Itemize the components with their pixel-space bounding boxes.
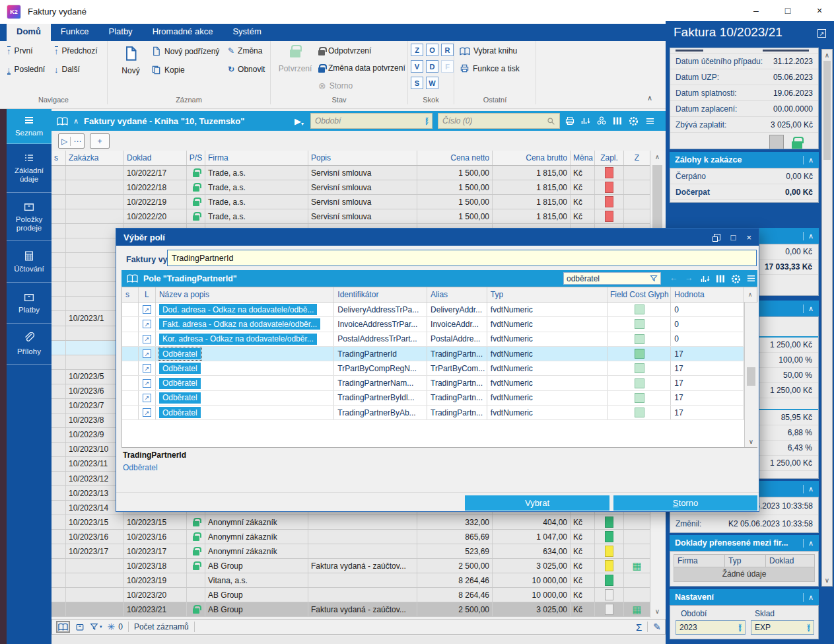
first-button[interactable]: ↑První xyxy=(7,46,33,55)
col-nazev[interactable]: Název a popis xyxy=(156,287,334,302)
open-link-icon[interactable]: ↗ xyxy=(143,364,151,373)
new-button[interactable]: Nový xyxy=(116,44,146,75)
open-link-icon[interactable]: ↗ xyxy=(143,335,151,343)
edit-pencil-icon[interactable]: ✎ xyxy=(653,622,661,632)
nav-left-icon[interactable]: ← xyxy=(670,273,678,283)
sidebar-item-platby[interactable]: Platby xyxy=(7,283,52,324)
col-s[interactable]: s xyxy=(122,287,139,302)
columns-icon[interactable] xyxy=(612,116,623,126)
scroll-down-icon[interactable]: ∨ xyxy=(650,608,664,615)
col-field-cost-glyph[interactable]: Field Cost Glyph xyxy=(608,287,671,302)
col-alias[interactable]: Alias xyxy=(427,287,487,302)
scroll-thumb[interactable] xyxy=(823,61,831,160)
col-typ[interactable]: Typ xyxy=(487,287,609,302)
ribbon-collapse-icon[interactable]: ∧ xyxy=(647,94,652,102)
jump-key-z[interactable]: Z xyxy=(411,44,423,56)
invoice-row[interactable]: 10/2023/20 AB Group 8 264,46 10 000,00 K… xyxy=(52,588,650,602)
play-menu-button[interactable]: ▶▾ xyxy=(295,111,304,131)
invoice-row[interactable]: 10/2022/19 Trade, a.s. Servisní smlouva … xyxy=(52,195,650,209)
cancel-button[interactable]: Storno xyxy=(613,495,757,511)
last-button[interactable]: ↓Poslední xyxy=(7,65,45,74)
open-link-icon[interactable]: ↗ xyxy=(143,320,151,328)
invoice-row[interactable]: 10/2023/16 10/2023/16 Anonymní zákazník … xyxy=(52,530,650,544)
frozen-records-indicator[interactable]: ✳0 xyxy=(108,622,123,632)
select-button[interactable]: Vybrat xyxy=(465,495,609,511)
change-confirm-date-button[interactable]: Změna data potvrzení xyxy=(318,63,405,73)
jump-key-r[interactable]: R xyxy=(441,44,454,56)
transfer-col-doklad[interactable]: Doklad xyxy=(765,554,815,567)
field-row[interactable]: ↗ Kor. adresa - Odkaz na dodavatele/odbě… xyxy=(122,332,757,347)
functions-print-button[interactable]: Funkce a tisk xyxy=(460,63,520,73)
col-zakazka[interactable]: Zakázka xyxy=(66,151,124,165)
col-l[interactable]: L xyxy=(139,287,156,302)
scroll-down-icon[interactable]: ∨ xyxy=(822,577,832,584)
tab-platby[interactable]: Platby xyxy=(98,24,142,41)
col-zapl[interactable]: Zapl. xyxy=(595,151,624,165)
stock-select[interactable]: EXP∨ ∨ ∨ xyxy=(751,620,814,635)
collapse-icon[interactable]: ∧ xyxy=(803,156,814,164)
new-sub-button[interactable]: Nový podřízený xyxy=(151,46,219,56)
run-filter-button[interactable]: ▷⋯ xyxy=(58,133,85,149)
change-button[interactable]: ✎Změna xyxy=(228,46,262,55)
sidebar-item-polozky-prodeje[interactable]: Položky prodeje xyxy=(7,193,52,241)
sidebar-item-prilohy[interactable]: Přílohy xyxy=(7,324,52,365)
previous-button[interactable]: ↑Předchozí xyxy=(54,46,98,55)
panel-scrollbar[interactable]: ∧ ∨ xyxy=(821,49,833,587)
invoice-row[interactable]: 10/2023/17 10/2023/17 Anonymní zákazník … xyxy=(52,544,650,559)
invoice-row[interactable]: 10/2022/17 Trade, a.s. Servisní smlouva … xyxy=(52,166,650,180)
period-select[interactable]: 2023∨ ∨ ∨ xyxy=(676,620,746,635)
scroll-up-icon[interactable]: ∧ xyxy=(650,153,664,161)
col-hodnota[interactable]: Hodnota xyxy=(671,287,744,302)
tab-hromadne-akce[interactable]: Hromadné akce xyxy=(143,24,223,41)
add-filter-button[interactable]: + xyxy=(90,133,110,149)
open-external-icon[interactable]: ↗ xyxy=(817,29,826,38)
period-filter-input[interactable]: Období∨ ∨ ∨ xyxy=(310,113,433,129)
confirm-button[interactable]: Potvrzení xyxy=(276,45,314,73)
open-link-icon[interactable]: ↗ xyxy=(143,349,151,358)
sidebar-item-seznam[interactable]: Seznam xyxy=(7,109,52,144)
field-row[interactable]: ↗ Odběratel TradingPartnerByIdl... Tradi… xyxy=(122,391,757,406)
tab-domu[interactable]: Domů xyxy=(7,24,51,41)
filter-menu-icon[interactable]: ▾ xyxy=(90,623,102,631)
field-row[interactable]: ↗ Dod. adresa - Odkaz na dodavatele/odbě… xyxy=(122,303,757,317)
sidebar-item-zakladni-udaje[interactable]: Základní údaje xyxy=(7,144,52,193)
storno-button[interactable]: ⊗Storno xyxy=(318,81,353,91)
columns-icon[interactable] xyxy=(715,273,726,284)
gear-icon[interactable] xyxy=(730,273,742,285)
field-row[interactable]: ↗ Fakt. adresa - Odkaz na dodavatele/odb… xyxy=(122,317,757,332)
col-s[interactable]: s xyxy=(52,151,66,165)
col-ps[interactable]: P/S xyxy=(187,151,205,165)
section-nastaveni[interactable]: Nastavení∧ xyxy=(670,589,819,605)
jump-key-d[interactable]: D xyxy=(426,60,438,73)
collapse-icon[interactable]: ∧ xyxy=(803,485,814,493)
col-firma[interactable]: Firma xyxy=(205,151,308,165)
section-zalohy[interactable]: Zálohy k zakázce∧ xyxy=(670,152,819,168)
invoice-row[interactable]: 10/2023/15 10/2023/15 Anonymní zákazník … xyxy=(52,515,650,530)
chart-icon[interactable] xyxy=(580,116,591,126)
tab-funkce[interactable]: Funkce xyxy=(51,24,99,41)
close-button[interactable]: × xyxy=(808,0,831,21)
print-icon[interactable] xyxy=(565,116,575,126)
next-button[interactable]: ↓Další xyxy=(54,65,80,74)
sum-icon[interactable]: Σ xyxy=(636,622,642,633)
maximize-button[interactable]: □ xyxy=(777,0,799,21)
scroll-up-icon[interactable]: ∧ xyxy=(822,52,832,59)
dialog-maximize-icon[interactable]: □ xyxy=(731,233,736,242)
open-link-icon[interactable]: ↗ xyxy=(143,305,151,314)
field-row[interactable]: ↗ Odběratel TradingPartnerNam... Trading… xyxy=(122,376,757,390)
minimize-button[interactable]: – xyxy=(745,0,767,21)
sidebar-item-uctovani[interactable]: Účtování xyxy=(7,241,52,283)
collapse-icon[interactable]: ∧ xyxy=(803,539,814,548)
collapse-icon[interactable]: ∧ xyxy=(73,117,79,125)
dialog-field-input[interactable]: TradingPartnerId xyxy=(167,250,757,266)
unconfirm-button[interactable]: Odpotvrzení xyxy=(318,46,371,55)
col-doklad[interactable]: Doklad xyxy=(124,151,187,165)
collapse-icon[interactable]: ∧ xyxy=(803,232,814,240)
open-link-icon[interactable]: ↗ xyxy=(143,379,151,388)
clover-icon[interactable] xyxy=(596,116,607,126)
col-cena-netto[interactable]: Cena netto xyxy=(417,151,493,165)
field-row[interactable]: ↗ Odběratel TradingPartnerByAb... Tradin… xyxy=(122,406,757,420)
dialog-close-icon[interactable]: × xyxy=(746,233,751,242)
col-mena[interactable]: Měna xyxy=(571,151,595,165)
chart-icon[interactable] xyxy=(700,273,711,284)
